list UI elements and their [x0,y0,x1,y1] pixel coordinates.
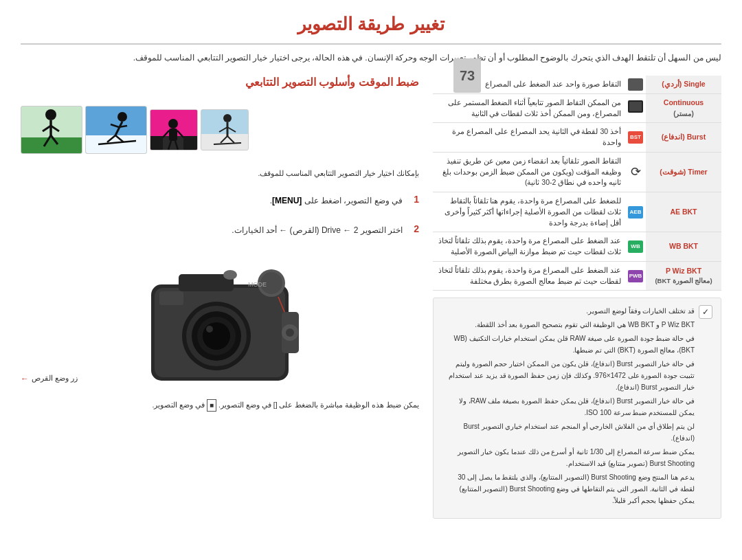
step-1: 1 في وضع التصوير، اضغط على [MENU]. [21,194,419,208]
svg-point-42 [203,322,230,350]
drive-table: Single (أردي) التقاط صورة واحد عند الضغط… [433,76,721,291]
mode-desc-pwiz: عند الضغط على المصراع مرة واحدة، يقوم بذ… [433,261,625,291]
mode-name-pwiz: P Wiz BKT [649,266,718,277]
table-row: Continuous (مستر) من الممكن التقاط الصور… [433,93,721,123]
step-1-number: 1 [408,194,419,205]
timer-icon: ⟳ [631,165,641,179]
aeb-icon: AEB [628,206,643,219]
page-number: 73 [453,58,481,93]
svg-text:MODE: MODE [248,281,267,288]
photo-svg-4 [21,107,82,154]
note-line-1: P Wiz BKT و WB BKT هي الوظيفة التي تقوم … [442,319,695,331]
mode-name-timer: Timer (شوقت) [649,167,718,178]
camera-label: زر وضع القرص [32,374,78,383]
mode-name-wb: WB BKT [649,241,718,252]
note-line-4: في حالة خيار التصوير Burst (اندفاع)، قلن… [442,395,695,418]
mode-subname-continuous: (مستر) [649,109,718,119]
page: تغيير طريقة التصوير ليس من السهل أن تلتق… [0,0,742,560]
mode-desc-timer: التقاط الصور تلقائياً بعد انقضاء زمن معي… [433,152,625,192]
svg-rect-13 [169,128,177,141]
note-line-6: يمكن ضبط سرعة المصراع إلى 1/30 ثانية أو … [442,446,695,469]
note-line-2: في حالة ضبط جودة الصورة على صيغة RAW قلن… [442,333,695,356]
photo-svg-2 [150,110,197,150]
note-line-3: في حالة خيار التصوير Burst (اندفاع)، قلن… [442,358,695,393]
section-subtitle: ضبط الموقت وأسلوب التصوير التتابعي [21,76,419,89]
step-2: 2 اختر التصوير 2 ← Drive (القرص) ← أحد ا… [21,223,419,237]
mode-name-aeb: AE BKT [649,207,718,218]
svg-rect-28 [21,137,82,154]
mode-icon-wb: WB [625,232,646,262]
photo-thumb-3 [85,106,147,154]
mode-label-single: Single (أردي) [646,76,721,93]
mode-name-continuous: Continuous [649,98,718,109]
bottom-note-suffix: في وضع التصوير. [152,401,205,409]
svg-rect-19 [85,135,146,154]
arrow-icon-2: ← [279,225,287,235]
mode-name-single: Single (أردي) [662,80,705,88]
table-row: P Wiz BKT (معالج الصورة BKT) PWB عند الض… [433,261,721,291]
page-title: تغيير طريقة التصوير [21,14,721,35]
photo-thumb-2 [150,109,198,150]
mode-desc-wb: عند الضغط على المصراع مرة واحدة، يقوم بذ… [433,232,625,262]
mode-desc-burst: أخذ 30 لقطة في الثانية يحد المصراع على ا… [433,123,625,153]
check-icon: ✓ [699,305,712,319]
photo-strip [21,106,419,154]
table-row: Timer (شوقت) ⟳ التقاط الصور تلقائياً بعد… [433,152,721,192]
table-row: WB BKT WB عند الضغط على المصراع مرة واحد… [433,232,721,262]
mode-icon-continuous [625,93,646,123]
photo-thumb-4 [21,106,82,154]
photo-svg-1 [201,110,248,150]
photo-thumb-1 [201,109,249,150]
mode-subname-pwiz: (معالج الصورة BKT) [649,276,718,286]
notes-content: قد تختلف الخيارات وفقاً لوضع التصوير. P … [442,305,695,508]
table-row: AE BKT AEB للضغط على المصراع مرة واحدة، … [433,192,721,232]
mode-icon-timer: ⟳ [625,152,646,192]
svg-point-12 [168,119,178,128]
svg-point-47 [223,270,237,280]
camera-area: MODE زر وضع القرص [21,257,419,383]
mode-desc-aeb: للضغط على المصراع مرة واحدة، يقوم هنا تل… [433,192,625,232]
single-icon [628,78,643,91]
mode-name-burst: Burst (اندفاع) [649,132,718,143]
step-2-number: 2 [408,223,419,234]
arrow-icon-1: ← [343,225,351,235]
camera-arrow: ← [21,374,29,383]
wb-icon: WB [628,240,643,253]
svg-point-52 [286,328,294,337]
svg-point-29 [45,109,56,120]
mode-icon-aeb: AEB [625,192,646,232]
mode-label-burst: Burst (اندفاع) [646,123,721,153]
left-section: 73 Single (أردي) التقاط صورة واحد عند ال… [433,76,721,519]
mode-label-wb: WB BKT [646,232,721,262]
svg-point-43 [206,326,213,333]
photo-svg-3 [85,107,146,154]
note-line-0: قد تختلف الخيارات وفقاً لوضع التصوير. [442,305,695,317]
burst-icon: BST [628,131,643,144]
mode-label-continuous: Continuous (مستر) [646,93,721,123]
table-row: Burst (اندفاع) BST أخذ 30 لقطة في الثاني… [433,123,721,153]
pwiz-icon: PWB [628,270,643,282]
intro-text: ليس من السهل أن تلتقط الهدف الذي يتحرك ب… [21,52,721,65]
svg-point-2 [223,114,232,122]
step-2-text: اختر التصوير 2 ← Drive (القرص) ← أحد الخ… [232,223,403,237]
right-section: ضبط الموقت وأسلوب التصوير التتابعي [21,76,419,519]
mode-label-aeb: AE BKT [646,192,721,232]
notes-box: ✓ قد تختلف الخيارات وفقاً لوضع التصوير. … [433,298,721,519]
mode-icon-burst: BST [625,123,646,153]
svg-point-20 [117,112,127,122]
note-line-5: لن يتم إطلاق أي من الفلاش الخارجي أو الم… [442,421,695,444]
bottom-note: يمكن ضبط هذه الوظيفة مباشرة بالضغط على [… [21,399,419,412]
mode-label-pwiz: P Wiz BKT (معالج الصورة BKT) [646,261,721,291]
title-divider [21,43,721,45]
svg-rect-49 [159,291,183,305]
mode-label-timer: Timer (شوقت) [646,152,721,192]
svg-rect-1 [201,134,248,150]
note-intro: بإمكانك اختيار خيار التصوير التتابعي الم… [21,168,419,180]
mode-icon-single [625,76,646,93]
note-line-7: يدعم هنا المنتج وضع Burst Shooting (التص… [442,471,695,506]
step-1-text: في وضع التصوير، اضغط على [MENU]. [270,194,403,208]
mode-icon-pwiz: PWB [625,261,646,291]
camera-illustration: MODE [110,257,330,394]
bottom-note-text: يمكن ضبط هذه الوظيفة مباشرة بالضغط على [… [218,401,419,409]
continuous-icon [628,100,643,113]
